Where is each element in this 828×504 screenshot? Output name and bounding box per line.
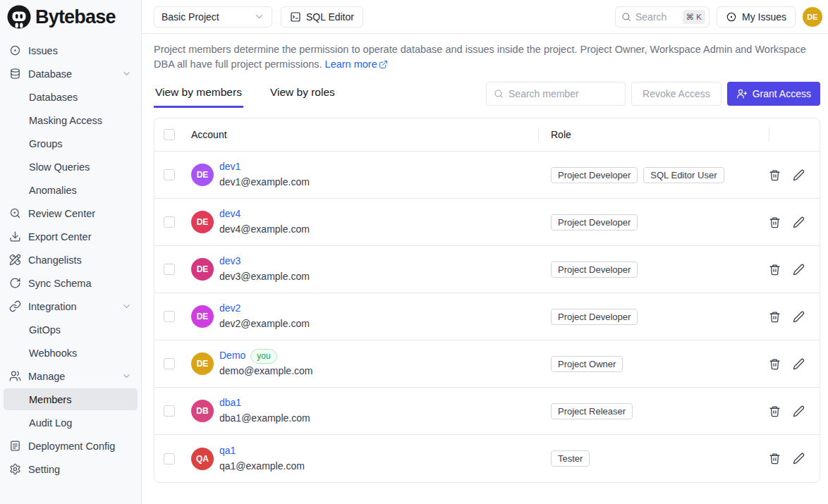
member-search-input[interactable]: Search member (486, 82, 626, 106)
sidebar-item-label: Databases (29, 92, 78, 103)
actions-cell (769, 405, 820, 417)
sidebar-item-label: Groups (29, 138, 63, 149)
sidebar-item-slow-queries[interactable]: Slow Queries (4, 156, 138, 178)
revoke-access-button[interactable]: Revoke Access (631, 82, 722, 106)
sidebar-item-setting[interactable]: Setting (4, 458, 138, 480)
sidebar-item-manage[interactable]: Manage (4, 365, 138, 387)
sidebar-item-members[interactable]: Members (4, 388, 138, 410)
pencil-icon[interactable] (793, 405, 805, 417)
tab-view-by-members[interactable]: View by members (154, 79, 243, 108)
sidebar-item-label: Setting (28, 464, 60, 475)
brand-name: Bytebase (35, 6, 116, 28)
member-email: demo@example.com (219, 364, 313, 379)
trash-icon[interactable] (769, 311, 781, 323)
pencil-icon[interactable] (793, 358, 805, 370)
member-rows: DEdev1dev1@example.comProject DeveloperS… (154, 152, 820, 482)
user-avatar[interactable]: DE (803, 7, 822, 27)
chevron-down-icon[interactable] (121, 371, 132, 381)
content: Project members determine the permission… (142, 34, 828, 504)
learn-more-link[interactable]: Learn more (325, 59, 377, 70)
member-email: dev4@example.com (219, 222, 310, 238)
sidebar-item-audit-log[interactable]: Audit Log (4, 412, 138, 434)
sql-editor-button[interactable]: SQL Editor (281, 6, 363, 27)
brand-logo[interactable]: Bytebase (0, 0, 141, 34)
member-name-link[interactable]: dev4 (219, 207, 241, 222)
roles-cell: Project Developer (538, 262, 769, 278)
tab-view-by-roles[interactable]: View by roles (269, 79, 336, 108)
sidebar-item-databases[interactable]: Databases (4, 86, 138, 108)
row-checkbox[interactable] (164, 453, 175, 465)
sidebar-item-database[interactable]: Database (4, 63, 138, 85)
sidebar-item-gitops[interactable]: GitOps (4, 319, 138, 340)
table-row: DEDemoyoudemo@example.comProject Owner (154, 340, 820, 388)
pencil-icon[interactable] (793, 453, 805, 465)
sidebar-item-changelists[interactable]: Changelists (4, 249, 138, 271)
chevron-down-icon[interactable] (121, 68, 132, 79)
member-search-placeholder: Search member (509, 88, 579, 99)
account-cell: DEdev2dev2@example.com (185, 301, 538, 331)
account-text: dev3dev3@example.com (219, 254, 310, 284)
trash-icon[interactable] (769, 216, 781, 228)
role-badge: Project Owner (551, 356, 623, 372)
member-name-link[interactable]: dev3 (219, 254, 241, 269)
row-checkbox-cell (154, 216, 185, 228)
member-name-link[interactable]: Demo (219, 348, 245, 364)
account-text: dba1dba1@example.com (219, 395, 310, 426)
my-issues-button[interactable]: My Issues (717, 6, 796, 27)
user-plus-icon (736, 88, 748, 99)
row-checkbox[interactable] (164, 169, 175, 180)
role-badge: Project Releaser (551, 403, 633, 419)
sidebar-item-issues[interactable]: Issues (4, 39, 138, 61)
select-all-checkbox[interactable] (164, 129, 175, 140)
search-shortcut-badge: ⌘ K (683, 10, 705, 24)
pencil-icon[interactable] (793, 216, 805, 228)
row-checkbox[interactable] (164, 264, 175, 275)
member-name-link[interactable]: dev2 (219, 301, 241, 316)
grant-access-button[interactable]: Grant Access (727, 82, 820, 106)
account-text: dev4dev4@example.com (219, 207, 310, 237)
account-cell: DEDemoyoudemo@example.com (185, 348, 538, 379)
sidebar-item-sync-schema[interactable]: Sync Schema (4, 272, 138, 294)
sidebar-item-masking-access[interactable]: Masking Access (4, 109, 138, 131)
sidebar-item-label: Integration (28, 301, 77, 312)
role-badge: Tester (551, 450, 590, 467)
trash-icon[interactable] (769, 169, 781, 181)
sidebar-item-deployment-config[interactable]: Deployment Config (4, 435, 138, 457)
project-select[interactable]: Basic Project (154, 6, 272, 27)
pencil-icon[interactable] (793, 264, 805, 276)
sidebar-item-groups[interactable]: Groups (4, 133, 138, 154)
member-name-link[interactable]: qa1 (219, 443, 236, 459)
member-name-link[interactable]: dba1 (219, 395, 241, 411)
topbar-right: Search ⌘ K My Issues DE (615, 6, 822, 27)
sidebar-item-label: GitOps (29, 324, 61, 336)
trash-icon[interactable] (769, 453, 781, 465)
sidebar-item-export-center[interactable]: Export Center (4, 226, 138, 247)
actions-cell (769, 358, 820, 370)
table-row: DEdev1dev1@example.comProject DeveloperS… (154, 152, 820, 199)
row-checkbox[interactable] (164, 216, 175, 228)
search-placeholder: Search (635, 11, 666, 23)
pencil-icon[interactable] (793, 169, 805, 181)
chevron-down-icon[interactable] (121, 301, 132, 312)
row-checkbox[interactable] (164, 311, 175, 322)
sidebar-item-label: Webhooks (29, 348, 77, 359)
trash-icon[interactable] (769, 405, 781, 417)
member-name-link[interactable]: dev1 (219, 159, 241, 175)
account-cell: QAqa1qa1@example.com (185, 443, 538, 474)
sidebar-item-webhooks[interactable]: Webhooks (4, 342, 138, 364)
roles-cell: Project Developer (538, 214, 769, 231)
sidebar-item-review-center[interactable]: Review Center (4, 202, 138, 224)
sidebar-item-integration[interactable]: Integration (4, 295, 138, 317)
topbar: Basic Project SQL Editor Search ⌘ K My I… (142, 0, 828, 34)
row-checkbox[interactable] (164, 358, 175, 369)
sidebar-item-anomalies[interactable]: Anomalies (4, 179, 138, 201)
download-icon (9, 231, 21, 242)
row-checkbox-cell (154, 405, 185, 417)
roles-cell: Project Owner (538, 356, 769, 372)
trash-icon[interactable] (769, 264, 781, 276)
row-checkbox[interactable] (164, 405, 175, 417)
pencil-icon[interactable] (793, 311, 805, 323)
trash-icon[interactable] (769, 358, 781, 370)
row-checkbox-cell (154, 358, 185, 369)
global-search-input[interactable]: Search ⌘ K (615, 6, 710, 27)
